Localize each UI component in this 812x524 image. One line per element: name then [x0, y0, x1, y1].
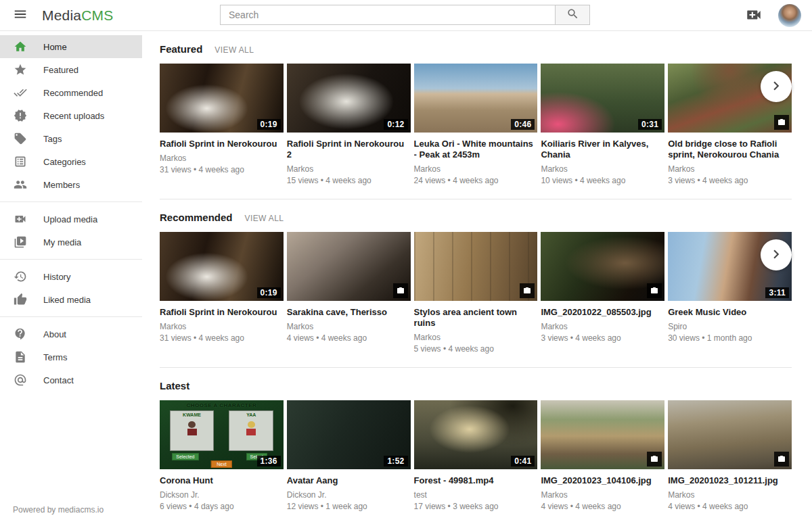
media-card[interactable]: 0:19 Rafioli Sprint in Nerokourou Markos…	[160, 232, 284, 354]
sidebar-item-featured[interactable]: Featured	[0, 58, 142, 81]
thumbnail[interactable]: 0:31	[541, 64, 664, 133]
media-author[interactable]: Markos	[160, 322, 284, 331]
thumbnail[interactable]	[541, 232, 664, 301]
sidebar-item-recommended[interactable]: Recommended	[0, 81, 142, 104]
duration-badge: 0:41	[511, 456, 535, 467]
media-card[interactable]: Sarakina cave, Therisso Markos 4 views •…	[287, 232, 411, 354]
sidebar-item-liked-media[interactable]: Liked media	[0, 288, 142, 311]
media-meta: 5 views • 4 weeks ago	[414, 344, 538, 354]
media-author[interactable]: Markos	[414, 333, 538, 342]
media-author[interactable]: Dickson Jr.	[160, 490, 284, 500]
user-avatar[interactable]	[778, 4, 801, 27]
media-title: Old bridge close to Rafioli sprint, Nero…	[668, 139, 792, 160]
media-section: Featured VIEW ALL 0:19 Rafioli Sprint in…	[160, 31, 792, 199]
media-card[interactable]: Stylos area ancient town ruins Markos 5 …	[414, 232, 538, 354]
media-card[interactable]: 0:41 Forest - 49981.mp4 test 17 views • …	[414, 400, 538, 511]
next-button[interactable]	[761, 71, 792, 102]
duration-badge: 0:19	[257, 287, 281, 298]
thumbnail[interactable]	[541, 400, 664, 469]
camera-icon	[774, 115, 789, 130]
media-author[interactable]: Markos	[541, 164, 664, 174]
thumbnail[interactable]: 0:19	[160, 64, 284, 133]
sidebar-item-label: My media	[43, 237, 81, 247]
next-button[interactable]	[761, 239, 792, 270]
thumbnail[interactable]	[668, 400, 792, 469]
media-meta: 15 views • 4 weeks ago	[287, 176, 411, 185]
sidebar-item-members[interactable]: Members	[0, 173, 142, 196]
thumbnail[interactable]: 0:19	[160, 232, 284, 301]
upload-media-button[interactable]	[744, 6, 763, 25]
media-author[interactable]: Markos	[541, 490, 664, 500]
sidebar-item-label: Recent uploads	[43, 111, 104, 121]
sidebar-item-label: Terms	[43, 352, 67, 362]
sidebar-item-upload-media[interactable]: Upload media	[0, 208, 142, 231]
media-author[interactable]: Dickson Jr.	[287, 490, 411, 500]
thumbnail[interactable]: 0:41	[414, 400, 538, 469]
media-author[interactable]: Markos	[287, 322, 411, 331]
video-upload-icon	[745, 6, 763, 26]
thumbnail[interactable]	[414, 232, 538, 301]
sidebar-item-label: Recommended	[43, 88, 103, 98]
media-author[interactable]: Markos	[414, 164, 538, 174]
sidebar-item-home[interactable]: Home	[0, 35, 142, 58]
thumbnail[interactable]: 1:52	[287, 400, 411, 469]
sidebar-item-terms[interactable]: Terms	[0, 346, 142, 368]
media-title: Sarakina cave, Therisso	[287, 307, 411, 318]
media-author[interactable]: Markos	[287, 164, 411, 174]
media-card[interactable]: IMG_20201023_101211.jpg Markos 4 views •…	[668, 400, 792, 511]
thumbnail[interactable]	[287, 232, 411, 301]
media-title: IMG_20201023_104106.jpg	[541, 475, 664, 486]
character-name-right: YAA	[229, 412, 273, 417]
media-card[interactable]: CHOOSE A CHARACTER KWAME YAA Selected Se…	[160, 400, 284, 511]
sidebar-item-recent-uploads[interactable]: Recent uploads	[0, 104, 142, 127]
media-meta: 3 views • 4 weeks ago	[541, 333, 664, 343]
sidebar-item-categories[interactable]: Categories	[0, 150, 142, 173]
view-all-link[interactable]: VIEW ALL	[215, 45, 254, 55]
sidebar-item-tags[interactable]: Tags	[0, 127, 142, 150]
media-author[interactable]: Markos	[668, 490, 792, 500]
powered-by-text: Powered by mediacms.io	[0, 505, 142, 524]
game-heading: CHOOSE A CHARACTER	[160, 402, 284, 408]
duration-badge: 0:31	[638, 119, 662, 130]
selected-chip: Selected	[172, 453, 198, 460]
search-bar	[220, 5, 590, 25]
media-author[interactable]: Markos	[668, 164, 792, 174]
sidebar: HomeFeaturedRecommendedRecent uploadsTag…	[0, 31, 142, 524]
sidebar-divider	[0, 316, 142, 317]
camera-icon	[520, 283, 535, 298]
media-author[interactable]: test	[414, 490, 538, 500]
sidebar-item-my-media[interactable]: My media	[0, 231, 142, 254]
sidebar-item-about[interactable]: About	[0, 323, 142, 346]
app-logo[interactable]: MediaCMS	[42, 7, 113, 24]
thumbnail[interactable]: 0:12	[287, 64, 411, 133]
search-input[interactable]	[220, 5, 555, 25]
menu-button[interactable]	[7, 2, 34, 29]
thumbnail[interactable]: CHOOSE A CHARACTER KWAME YAA Selected Se…	[160, 400, 284, 469]
search-button[interactable]	[555, 5, 590, 25]
sidebar-item-label: Home	[43, 42, 67, 52]
media-card[interactable]: IMG_20201023_104106.jpg Markos 4 views •…	[541, 400, 664, 511]
media-author[interactable]: Markos	[541, 322, 664, 331]
star-icon	[13, 62, 28, 77]
card-grid: 0:19 Rafioli Sprint in Nerokourou Markos…	[160, 64, 792, 185]
media-card[interactable]: 0:19 Rafioli Sprint in Nerokourou Markos…	[160, 64, 284, 185]
media-card[interactable]: 0:12 Rafioli Sprint in Nerokourou 2 Mark…	[287, 64, 411, 185]
media-meta: 4 views • 4 weeks ago	[287, 333, 411, 343]
media-author[interactable]: Markos	[160, 153, 284, 163]
sidebar-item-history[interactable]: History	[0, 265, 142, 288]
media-card[interactable]: 0:46 Leuka Ori - White mountains - Peak …	[414, 64, 538, 185]
camera-icon	[647, 452, 662, 467]
duration-badge: 1:36	[257, 456, 281, 467]
sidebar-item-label: Featured	[43, 65, 78, 75]
media-card[interactable]: 0:31 Koiliaris River in Kalyves, Chania …	[541, 64, 664, 185]
at-icon	[13, 373, 28, 387]
view-all-link[interactable]: VIEW ALL	[245, 214, 284, 223]
media-author[interactable]: Spiro	[668, 322, 792, 331]
duration-badge: 0:12	[384, 119, 407, 130]
media-card[interactable]: IMG_20201022_085503.jpg Markos 3 views •…	[541, 232, 664, 354]
thumbnail[interactable]: 0:46	[414, 64, 538, 133]
media-card[interactable]: 1:52 Avatar Aang Dickson Jr. 12 views • …	[287, 400, 411, 511]
sidebar-item-label: Members	[43, 180, 80, 190]
sidebar-item-contact[interactable]: Contact	[0, 368, 142, 391]
character-sprite-right	[246, 421, 256, 436]
